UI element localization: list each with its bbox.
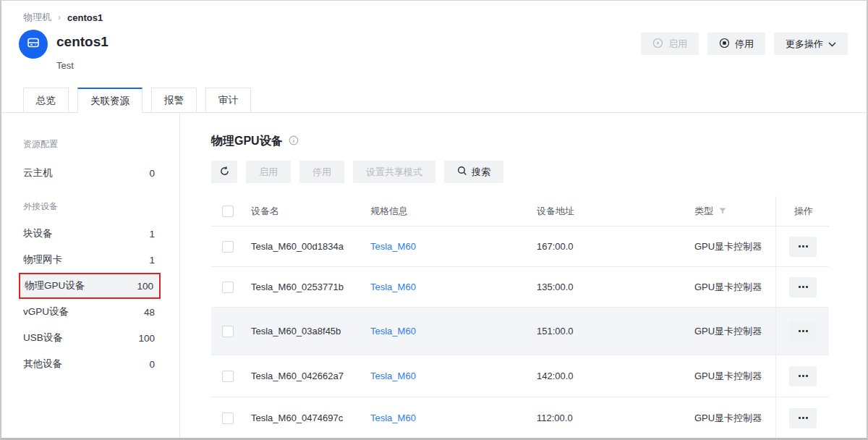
sidebar-item-vgpu[interactable]: vGPU设备 48 [19,303,161,321]
more-actions-button[interactable]: 更多操作 [774,33,848,55]
row-checkbox[interactable] [222,371,234,382]
sidebar-item-physical-nic[interactable]: 物理网卡 1 [19,251,161,268]
device-type: GPU显卡控制器 [694,281,775,294]
content-title-text: 物理GPU设备 [211,134,283,149]
row-actions-button[interactable] [789,408,817,428]
stop-circle-icon [719,38,730,51]
row-checkbox[interactable] [222,326,234,337]
breadcrumb-separator-icon: › [58,12,61,22]
device-name: Tesla_M60_0474697c [251,412,370,423]
sidebar-item-label: 其他设备 [23,358,62,371]
spec-link[interactable]: Tesla_M60 [370,412,416,423]
col-type: 类型 [694,205,713,218]
breadcrumb-current: centos1 [67,12,103,23]
device-name: Tesla_M60_03a8f45b [251,326,370,337]
tab-bar: 总览 关联资源 报警 审计 [23,88,251,113]
table-row: Tesla_M60_00d1834a Tesla_M60 167:00.0 GP… [211,227,829,267]
ellipsis-icon [802,286,804,288]
row-actions-button[interactable] [789,366,817,386]
sidebar-item-count: 100 [137,281,153,292]
chevron-down-icon [828,38,836,49]
device-address: 112:00.0 [537,412,694,423]
filter-icon[interactable] [719,206,726,216]
play-circle-icon [652,38,663,51]
sidebar-item-label: USB设备 [23,331,63,344]
sidebar-item-other-devices[interactable]: 其他设备 0 [19,355,161,373]
sidebar-divider [179,113,180,438]
enable-button-label: 启用 [668,38,687,51]
table-row: Tesla_M60_0474697c Tesla_M60 112:00.0 GP… [211,397,829,439]
sidebar-item-count: 100 [138,333,155,344]
device-type: GPU显卡控制器 [694,412,775,425]
row-actions-button[interactable] [789,237,817,257]
disable-button[interactable]: 停用 [707,33,765,55]
search-button-label: 搜索 [472,166,490,179]
sidebar-item-label: 块设备 [23,227,53,240]
table-header: 设备名 规格信息 设备地址 类型 操作 [211,196,829,227]
ellipsis-icon [802,375,804,377]
page-title: centos1 [56,34,109,50]
device-type: GPU显卡控制器 [694,240,775,253]
select-all-checkbox[interactable] [222,206,234,217]
search-button[interactable]: 搜索 [444,161,503,183]
sidebar-item-count: 0 [149,359,155,370]
search-icon [457,166,467,178]
table-row-highlighted: Tesla_M60_03a8f45b Tesla_M60 151:00.0 GP… [211,308,829,355]
info-icon[interactable] [289,135,299,148]
enable-button[interactable]: 启用 [641,33,699,55]
sidebar-section-external-devices: 外接设备 [23,200,58,213]
device-name: Tesla_M60_0253771b [251,282,370,292]
sidebar-item-physical-gpu[interactable]: 物理GPU设备 100 [19,273,161,299]
toolbar-disable-button[interactable]: 停用 [299,161,344,183]
device-address: 151:00.0 [537,326,694,337]
set-share-mode-button[interactable]: 设置共享模式 [353,161,435,183]
device-name: Tesla_M60_042662a7 [251,371,370,381]
sidebar-item-cloud-host[interactable]: 云主机 0 [19,164,161,182]
table-toolbar: 启用 停用 设置共享模式 搜索 [211,161,503,183]
table-row: Tesla_M60_0253771b Tesla_M60 135:00.0 GP… [211,267,829,308]
device-address: 142:00.0 [537,371,694,381]
sidebar-item-count: 1 [149,255,155,266]
sidebar-item-label: vGPU设备 [23,305,69,318]
spec-link[interactable]: Tesla_M60 [370,326,416,337]
breadcrumb: 物理机 › centos1 [23,11,103,24]
device-type: GPU显卡控制器 [694,370,775,383]
sidebar-item-count: 1 [149,229,155,240]
row-checkbox[interactable] [222,241,234,253]
sidebar-item-block-device[interactable]: 块设备 1 [19,225,161,242]
sidebar-item-label: 云主机 [23,166,53,179]
refresh-button[interactable] [211,161,237,183]
ellipsis-icon [802,330,804,332]
page-subtitle: Test [56,60,74,71]
sidebar-item-label: 物理网卡 [23,253,62,266]
physical-machine-detail-page: 物理机 › centos1 centos1 Test 启用 [0,0,868,440]
spec-link[interactable]: Tesla_M60 [370,282,416,292]
content-title: 物理GPU设备 [211,134,299,149]
sidebar-section-resource-config: 资源配置 [23,138,58,151]
sidebar-item-usb[interactable]: USB设备 100 [19,329,161,347]
table-row: Tesla_M60_042662a7 Tesla_M60 142:00.0 GP… [211,355,829,397]
row-checkbox[interactable] [222,412,234,424]
device-address: 135:00.0 [537,282,694,292]
row-actions-button[interactable] [789,277,817,297]
row-checkbox[interactable] [222,282,234,293]
host-icon [26,35,41,53]
spec-link[interactable]: Tesla_M60 [370,371,416,381]
tab-related-resources[interactable]: 关联资源 [77,88,142,113]
disable-button-label: 停用 [735,38,754,51]
device-type: GPU显卡控制器 [694,325,775,338]
sidebar-item-count: 48 [144,307,155,318]
breadcrumb-parent[interactable]: 物理机 [23,11,51,24]
device-name: Tesla_M60_00d1834a [251,241,370,252]
tab-overview[interactable]: 总览 [23,88,69,112]
ellipsis-icon [802,245,804,248]
col-device-address: 设备地址 [537,205,694,218]
spec-link[interactable]: Tesla_M60 [370,241,416,252]
refresh-icon [219,166,230,179]
tab-alerts[interactable]: 报警 [151,88,197,112]
row-actions-button[interactable] [789,321,817,342]
ellipsis-icon [802,417,804,419]
sidebar-item-label: 物理GPU设备 [25,279,85,292]
toolbar-enable-button[interactable]: 启用 [246,161,291,183]
tab-audit[interactable]: 审计 [205,88,251,112]
